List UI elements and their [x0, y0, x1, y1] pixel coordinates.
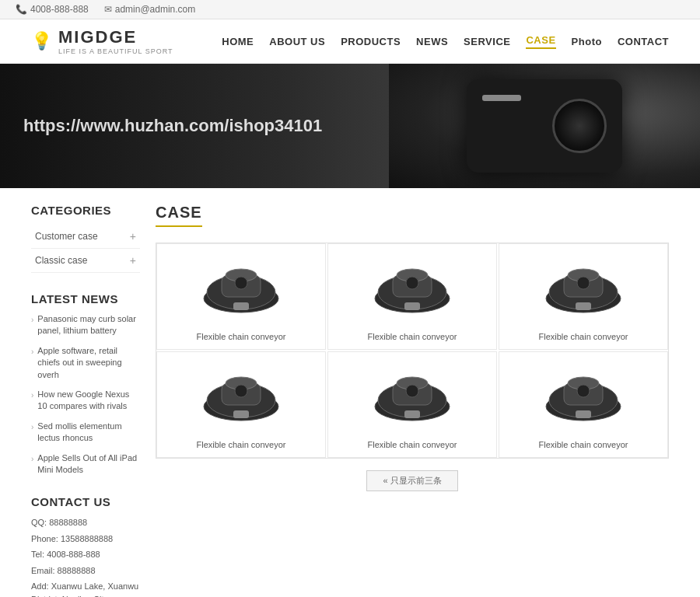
- contact-address: Add: Xuanwu Lake, Xuanwu District, Nanji…: [31, 580, 140, 597]
- camera-decoration: [467, 79, 622, 173]
- plus-icon: +: [130, 230, 136, 243]
- case-header: CASE: [156, 204, 669, 227]
- nav-photo[interactable]: Photo: [572, 36, 602, 47]
- contact-section: CONTACT US QQ: 88888888 Phone: 135888888…: [31, 495, 140, 597]
- news-title: LATEST NEWS: [31, 292, 140, 305]
- conveyor-svg: [541, 368, 626, 430]
- contact-title: CONTACT US: [31, 495, 140, 508]
- nav-contact[interactable]: CONTACT: [618, 36, 669, 47]
- hero-banner: https://www.huzhan.com/ishop34101: [0, 64, 700, 188]
- svg-rect-4: [233, 302, 249, 310]
- case-item[interactable]: Flexible chain conveyor: [327, 243, 497, 350]
- plus-icon: +: [130, 254, 136, 267]
- sidebar-item-label: Customer case: [35, 231, 98, 242]
- svg-rect-22: [233, 410, 249, 418]
- nav-case[interactable]: CASE: [526, 34, 555, 49]
- news-text: Panasonic may curb solar panel, lithium …: [37, 313, 140, 337]
- contact-qq: QQ: 88888888: [31, 516, 140, 529]
- sidebar-item-customer[interactable]: Customer case +: [31, 225, 140, 249]
- conveyor-svg: [198, 260, 284, 322]
- case-image: [537, 256, 630, 326]
- news-item[interactable]: › How new Google Nexus 10 compares with …: [31, 389, 140, 413]
- email-info: ✉ admin@admin.com: [104, 4, 196, 15]
- case-grid: Flexible chain conveyor Flexible chain c…: [156, 243, 669, 459]
- latest-news-section: LATEST NEWS › Panasonic may curb solar p…: [31, 292, 140, 476]
- contact-email: Email: 88888888: [31, 564, 140, 578]
- svg-rect-28: [404, 410, 420, 418]
- logo-text-block: MIGDGE LIFE IS A BEAUTIFUL SPORT: [58, 27, 173, 55]
- news-item[interactable]: › Sed mollis elementum lectus rhoncus: [31, 421, 140, 445]
- news-text: How new Google Nexus 10 compares with ri…: [37, 389, 140, 413]
- email-icon: ✉: [104, 4, 112, 15]
- case-image: [194, 256, 288, 326]
- nav-about[interactable]: ABOUT US: [269, 36, 325, 47]
- news-text: Apple Sells Out of All iPad Mini Models: [37, 452, 140, 477]
- main-nav: HOME ABOUT US PRODUCTS NEWS SERVICE CASE…: [222, 34, 669, 49]
- news-item[interactable]: › Apple software, retail chiefs out in s…: [31, 345, 140, 381]
- case-label: Flexible chain conveyor: [539, 332, 628, 341]
- case-item[interactable]: Flexible chain conveyor: [499, 351, 668, 458]
- svg-point-17: [577, 277, 590, 289]
- hero-url-text: https://www.huzhan.com/ishop34101: [23, 116, 322, 136]
- news-text: Apple software, retail chiefs out in swe…: [37, 345, 140, 381]
- case-label: Flexible chain conveyor: [368, 332, 457, 341]
- svg-rect-34: [576, 410, 591, 418]
- case-label: Flexible chain conveyor: [197, 332, 286, 341]
- case-label: Flexible chain conveyor: [197, 440, 286, 449]
- contact-phone: Phone: 13588888888: [31, 532, 140, 546]
- case-image: [194, 364, 288, 434]
- sidebar-item-classic[interactable]: Classic case +: [31, 249, 140, 273]
- top-bar: 📞 4008-888-888 ✉ admin@admin.com: [0, 0, 700, 19]
- conveyor-svg: [198, 368, 284, 430]
- conveyor-svg: [541, 260, 626, 322]
- nav-news[interactable]: NEWS: [416, 36, 448, 47]
- news-text: Sed mollis elementum lectus rhoncus: [37, 421, 140, 445]
- header: 💡 MIGDGE LIFE IS A BEAUTIFUL SPORT HOME …: [0, 19, 700, 64]
- svg-rect-16: [576, 302, 591, 310]
- case-item[interactable]: Flexible chain conveyor: [156, 243, 326, 350]
- phone-icon: 📞: [16, 4, 27, 15]
- news-list: › Panasonic may curb solar panel, lithiu…: [31, 313, 140, 476]
- categories-title: CATEGORIES: [31, 204, 140, 217]
- sidebar: CATEGORIES Customer case + Classic case …: [31, 204, 140, 597]
- camera-lens: [552, 99, 607, 153]
- camera-detail: [482, 95, 521, 101]
- news-item[interactable]: › Panasonic may curb solar panel, lithiu…: [31, 313, 140, 337]
- bullet-icon: ›: [31, 347, 33, 358]
- case-item[interactable]: Flexible chain conveyor: [499, 243, 668, 350]
- case-image: [366, 256, 459, 326]
- phone-info: 📞 4008-888-888: [16, 4, 89, 15]
- case-item[interactable]: Flexible chain conveyor: [327, 351, 497, 458]
- case-area: CASE Flexible chain conveyor: [156, 204, 669, 597]
- conveyor-svg: [369, 260, 455, 322]
- contact-info: QQ: 88888888 Phone: 13588888888 Tel: 400…: [31, 516, 140, 597]
- case-more: « 只显示前三条: [156, 470, 669, 491]
- categories-section: CATEGORIES Customer case + Classic case …: [31, 204, 140, 273]
- nav-service[interactable]: SERVICE: [464, 36, 510, 47]
- svg-point-35: [577, 385, 590, 397]
- svg-point-5: [235, 277, 247, 289]
- logo-text: MIGDGE: [58, 27, 137, 47]
- svg-point-11: [406, 277, 418, 289]
- email-address: admin@admin.com: [115, 4, 196, 15]
- sidebar-item-label: Classic case: [35, 255, 87, 266]
- case-item[interactable]: Flexible chain conveyor: [156, 351, 326, 458]
- svg-point-29: [406, 385, 418, 397]
- bullet-icon: ›: [31, 315, 33, 326]
- conveyor-svg: [369, 368, 455, 430]
- svg-rect-10: [404, 302, 420, 310]
- case-label: Flexible chain conveyor: [539, 440, 628, 449]
- hero-image: [389, 64, 700, 188]
- bullet-icon: ›: [31, 454, 33, 465]
- nav-products[interactable]: PRODUCTS: [341, 36, 401, 47]
- logo: 💡 MIGDGE LIFE IS A BEAUTIFUL SPORT: [31, 27, 173, 55]
- case-more-button[interactable]: « 只显示前三条: [366, 470, 457, 491]
- case-label: Flexible chain conveyor: [368, 440, 457, 449]
- logo-icon: 💡: [31, 31, 52, 51]
- case-title: CASE: [156, 204, 202, 227]
- case-image: [537, 364, 630, 434]
- case-image: [366, 364, 459, 434]
- contact-tel: Tel: 4008-888-888: [31, 548, 140, 561]
- news-item[interactable]: › Apple Sells Out of All iPad Mini Model…: [31, 452, 140, 477]
- nav-home[interactable]: HOME: [222, 36, 254, 47]
